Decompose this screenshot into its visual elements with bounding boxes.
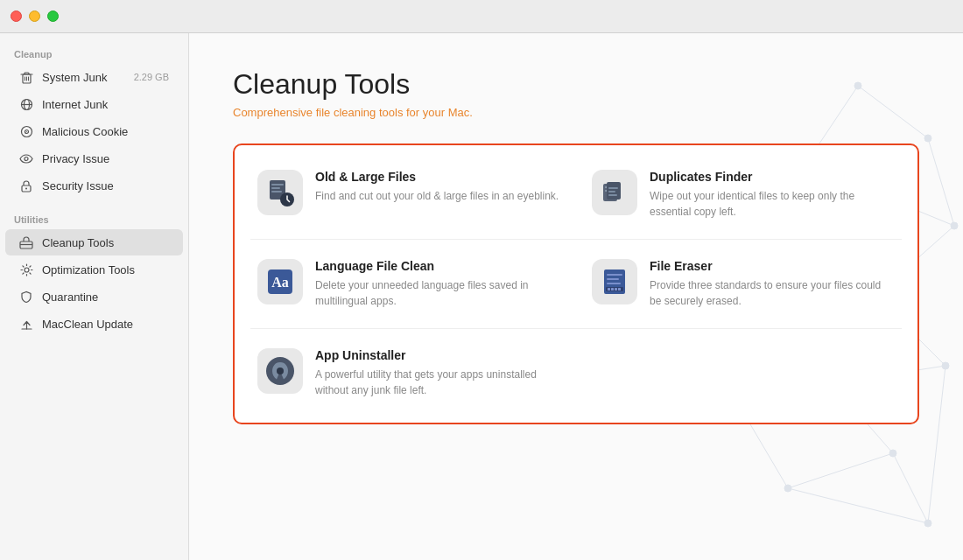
sidebar-item-quarantine-label: Quarantine <box>42 290 169 304</box>
lock-icon <box>19 178 33 192</box>
language-file-clean-name: Language File Clean <box>315 259 560 273</box>
duplicates-finder-name: Duplicates Finder <box>650 170 895 184</box>
svg-text:Aa: Aa <box>271 275 289 290</box>
shield-icon <box>19 290 33 304</box>
old-large-files-desc: Find and cut out your old & large files … <box>315 188 560 204</box>
close-button[interactable] <box>11 10 22 22</box>
language-file-clean-desc: Delete your unneeded language files save… <box>315 277 560 309</box>
tools-container: Old & Large Files Find and cut out your … <box>233 144 919 424</box>
main-content: Cleanup Tools Comprehensive file cleanin… <box>189 33 963 560</box>
svg-line-34 <box>893 453 928 523</box>
sidebar-item-malicious-cookie[interactable]: Malicious Cookie <box>5 118 183 144</box>
old-large-files-icon <box>264 177 296 208</box>
svg-point-14 <box>951 222 958 229</box>
tool-card-app-uninstaller[interactable]: App Uninstaller A powerful utility that … <box>243 332 574 414</box>
old-large-files-icon-wrap <box>257 170 303 215</box>
sidebar-item-malicious-cookie-label: Malicious Cookie <box>42 125 169 138</box>
svg-rect-57 <box>607 283 621 284</box>
sidebar-item-system-junk[interactable]: System Junk 2.29 GB <box>5 64 183 90</box>
svg-point-10 <box>25 268 29 272</box>
svg-rect-42 <box>271 187 280 189</box>
tool-card-language-file-clean[interactable]: Aa Language File Clean Delete your unnee… <box>243 243 574 325</box>
app-window: Cleanup System Junk 2.29 GB <box>0 33 963 560</box>
svg-point-6 <box>25 157 28 160</box>
file-eraser-icon-wrap <box>592 259 637 304</box>
old-large-files-name: Old & Large Files <box>315 170 560 184</box>
trash-icon <box>19 70 33 84</box>
app-uninstaller-icon <box>264 355 296 387</box>
svg-rect-51 <box>608 194 617 196</box>
titlebar <box>0 0 963 33</box>
sidebar-item-optimization-tools[interactable]: Optimization Tools <box>5 256 183 283</box>
tools-grid: Old & Large Files Find and cut out your … <box>243 154 909 414</box>
page-subtitle: Comprehensive file cleaning tools for yo… <box>233 106 919 119</box>
svg-point-18 <box>889 450 896 457</box>
svg-point-5 <box>26 131 27 132</box>
old-large-files-text: Old & Large Files Find and cut out your … <box>315 170 560 204</box>
svg-rect-41 <box>271 184 284 186</box>
sidebar-item-security-issue-label: Security Issue <box>42 179 169 192</box>
tool-card-duplicates-finder[interactable]: Duplicates Finder Wipe out your identica… <box>578 154 909 235</box>
toolbox-icon <box>19 235 33 249</box>
duplicates-finder-icon-wrap <box>592 170 637 215</box>
tool-card-old-large-files[interactable]: Old & Large Files Find and cut out your … <box>243 154 574 235</box>
app-uninstaller-desc: A powerful utility that gets your apps u… <box>315 367 560 398</box>
sidebar-item-security-issue[interactable]: Security Issue <box>5 172 183 199</box>
duplicates-finder-text: Duplicates Finder Wipe out your identica… <box>650 170 895 220</box>
sidebar-section-cleanup: Cleanup <box>0 42 188 63</box>
sidebar-item-macclean-update[interactable]: MacClean Update <box>5 311 183 337</box>
sidebar-item-optimization-tools-label: Optimization Tools <box>42 263 169 276</box>
app-uninstaller-icon-wrap <box>257 348 303 394</box>
file-eraser-icon <box>599 266 630 298</box>
svg-rect-49 <box>608 187 618 189</box>
sidebar-item-system-junk-badge: 2.29 GB <box>134 72 169 82</box>
sidebar-item-cleanup-tools[interactable]: Cleanup Tools <box>5 229 183 256</box>
cookie-icon <box>19 124 33 138</box>
eye-icon <box>19 151 33 165</box>
language-file-clean-text: Language File Clean Delete your unneeded… <box>315 259 560 309</box>
sidebar-section-utilities: Utilities <box>0 207 188 228</box>
app-uninstaller-text: App Uninstaller A powerful utility that … <box>315 348 560 398</box>
svg-rect-56 <box>607 278 619 280</box>
sidebar-item-internet-junk[interactable]: Internet Junk <box>5 91 183 117</box>
duplicates-finder-desc: Wipe out your identical files to keep on… <box>650 188 895 220</box>
svg-rect-55 <box>607 274 622 276</box>
svg-point-12 <box>924 135 931 142</box>
page-title: Cleanup Tools <box>233 68 919 101</box>
svg-rect-61 <box>615 288 617 290</box>
file-eraser-desc: Provide three standards to ensure your f… <box>650 277 895 309</box>
svg-line-25 <box>928 138 954 226</box>
svg-rect-43 <box>271 191 282 192</box>
sidebar-item-quarantine[interactable]: Quarantine <box>5 284 183 310</box>
svg-rect-60 <box>611 288 614 290</box>
tool-card-file-eraser[interactable]: File Eraser Provide three standards to e… <box>578 243 909 325</box>
internet-icon <box>19 97 33 111</box>
gear-icon <box>19 262 33 276</box>
svg-line-35 <box>788 453 893 488</box>
row-divider-2 <box>250 328 902 329</box>
sidebar-item-system-junk-label: System Junk <box>42 71 125 84</box>
svg-point-19 <box>784 485 791 492</box>
language-file-clean-icon-wrap: Aa <box>257 259 303 304</box>
sidebar-item-cleanup-tools-label: Cleanup Tools <box>42 236 169 249</box>
svg-point-20 <box>924 520 931 527</box>
content-body: Cleanup Tools Comprehensive file cleanin… <box>233 68 919 424</box>
sidebar-item-internet-junk-label: Internet Junk <box>42 98 169 111</box>
file-eraser-name: File Eraser <box>650 259 895 273</box>
sidebar-item-macclean-update-label: MacClean Update <box>42 318 169 331</box>
svg-rect-62 <box>618 288 621 290</box>
sidebar-item-privacy-issue-label: Privacy Issue <box>42 152 169 165</box>
svg-line-33 <box>928 366 945 523</box>
sidebar: Cleanup System Junk 2.29 GB <box>0 33 189 560</box>
empty-grid-cell <box>578 332 909 414</box>
svg-point-8 <box>25 187 27 189</box>
maximize-button[interactable] <box>47 10 59 22</box>
sidebar-item-privacy-issue[interactable]: Privacy Issue <box>5 145 183 172</box>
svg-line-36 <box>788 488 928 523</box>
minimize-button[interactable] <box>29 10 40 22</box>
duplicates-finder-icon <box>599 177 630 208</box>
svg-point-17 <box>942 362 949 369</box>
svg-rect-50 <box>608 191 615 192</box>
svg-point-64 <box>277 368 284 374</box>
svg-rect-59 <box>608 288 610 290</box>
